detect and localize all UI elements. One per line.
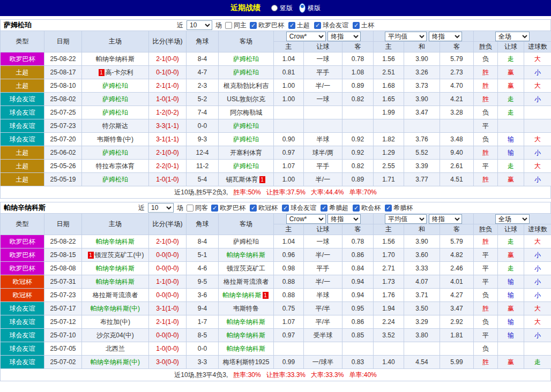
score-cell[interactable]: 1-1(0-0) — [149, 275, 187, 289]
home-team-name[interactable]: 萨姆松珀 — [102, 176, 128, 183]
home-team-name[interactable]: 布拉加(中) — [100, 318, 130, 326]
score-cell[interactable]: 1-0(1-0) — [149, 173, 187, 186]
away-team-name[interactable]: 格拉斯哥流浪者 — [224, 278, 269, 285]
rounds-select[interactable]: 10 — [148, 203, 174, 213]
score-cell[interactable]: 3-1(1-0) — [149, 302, 187, 315]
avg-away-cell: 4.27 — [440, 289, 474, 302]
date-cell: 25-07-17 — [44, 302, 82, 315]
home-team-name[interactable]: 萨姆松珀 — [102, 109, 128, 116]
away-team-name[interactable]: 梅塔利斯特1925 — [223, 358, 270, 366]
away-team-name[interactable]: 阿尔梅勒城 — [230, 109, 262, 116]
page-title: 近期战绩 — [230, 3, 260, 13]
competition-filter-checkbox[interactable]: 土杯 — [353, 21, 374, 30]
away-team-name[interactable]: 帕纳辛纳科斯 — [227, 251, 265, 259]
home-team-name[interactable]: 沙尔克04(中) — [96, 331, 133, 339]
away-team-cell: 锡瓦斯体育1 — [219, 173, 274, 186]
avg-away-cell: 3.48 — [440, 133, 474, 146]
score-cell[interactable]: 1-2(0-2) — [149, 106, 187, 119]
away-team-name[interactable]: 帕纳辛纳科斯 — [223, 291, 262, 299]
same-venue-filter[interactable]: 同客 — [187, 203, 208, 213]
competition-filter-checkbox[interactable]: 欧罗巴杯 — [211, 203, 245, 213]
score-cell[interactable]: 2-1(0-0) — [149, 52, 187, 66]
score-cell[interactable]: 0-0(0-0) — [149, 262, 187, 275]
odds-company-select[interactable]: Crow* — [286, 32, 326, 41]
home-team-name[interactable]: 特尔斯达 — [102, 122, 128, 130]
score-cell[interactable]: 1-0(0-0) — [149, 342, 187, 356]
home-team-name[interactable]: 帕纳辛纳科斯 — [96, 265, 135, 272]
score-cell[interactable]: 1-0(1-0) — [149, 93, 187, 106]
away-team-cell: 萨姆松珀 — [219, 66, 274, 79]
scope-select[interactable]: 全场 — [495, 214, 530, 224]
home-team-name[interactable]: 顿涅茨克矿工(中) — [95, 251, 144, 259]
score-cell[interactable]: 2-1(1-0) — [149, 315, 187, 329]
away-team-name[interactable]: 萨姆松珀 — [233, 238, 259, 245]
away-team-name[interactable]: 萨姆松珀 — [233, 122, 259, 130]
score-cell[interactable]: 0-0(0-0) — [149, 329, 187, 342]
scope-select[interactable]: 全场 — [495, 32, 530, 41]
away-team-name[interactable]: 顿涅茨克矿工 — [227, 265, 265, 272]
away-team-name[interactable]: 开塞利体育 — [230, 149, 262, 156]
layout-radio-horizontal[interactable]: 横版 — [299, 3, 321, 13]
competition-filter-checkbox[interactable]: 希腊超 — [321, 203, 348, 213]
near-label: 近 — [177, 21, 183, 30]
home-team-name[interactable]: 北西兰 — [106, 345, 125, 352]
competition-filter-checkbox[interactable]: 球会友谊 — [282, 203, 316, 213]
home-team-name[interactable]: 格拉斯哥流浪者 — [93, 291, 138, 299]
away-team-name[interactable]: 根克勒勃比利吉 — [224, 82, 269, 89]
col-handicap-result: 让球 — [498, 224, 524, 235]
home-team-name[interactable]: 帕纳辛纳科斯 — [96, 238, 135, 245]
competition-filter-checkbox[interactable]: 欧冠杯 — [250, 203, 278, 213]
score-cell[interactable]: 0-1(0-0) — [149, 66, 187, 79]
score-cell[interactable]: 3-3(1-1) — [149, 119, 187, 133]
score-cell[interactable]: 2-1(0-0) — [149, 235, 187, 248]
score-cell[interactable]: 2-2(0-1) — [149, 160, 187, 173]
avg-kind-select[interactable]: 终指 — [429, 32, 462, 41]
score-cell[interactable]: 0-0(0-0) — [149, 248, 187, 262]
same-venue-filter[interactable]: 同主 — [225, 21, 247, 30]
avg-source-select[interactable]: 平均值 — [385, 214, 427, 224]
away-team-name[interactable]: 锡瓦斯体育 — [226, 176, 258, 183]
home-team-name[interactable]: 帕纳辛纳科斯(中) — [91, 358, 140, 366]
odds-kind-select[interactable]: 终指 — [327, 214, 361, 224]
away-team-name[interactable]: 萨姆松珀 — [233, 162, 259, 170]
home-team-name[interactable]: 特拉布宗体育 — [96, 162, 135, 170]
score-cell[interactable]: 3-1(1-1) — [149, 133, 187, 146]
away-team-name[interactable]: 帕纳辛纳科斯 — [227, 318, 265, 326]
handicap-result-cell: 走 — [498, 235, 524, 248]
home-team-name[interactable]: 高-卡尔利 — [106, 69, 133, 76]
competition-filter-checkbox[interactable]: 希腊杯 — [385, 203, 413, 213]
competition-filter-checkbox[interactable]: 球会友谊 — [314, 21, 348, 30]
home-team-name[interactable]: 帕纳辛纳科斯 — [96, 55, 135, 63]
avg-kind-select[interactable]: 终指 — [429, 214, 462, 224]
away-team-name[interactable]: 帕纳辛纳科斯 — [227, 345, 265, 352]
layout-radio-vertical[interactable]: 竖版 — [271, 4, 293, 13]
home-team-name[interactable]: 萨姆松珀 — [102, 95, 128, 103]
odds-kind-select[interactable]: 终指 — [327, 32, 361, 41]
away-team-name[interactable]: 萨姆松珀 — [233, 135, 259, 143]
competition-filter-checkbox[interactable]: 欧罗巴杯 — [250, 21, 284, 30]
home-team-name[interactable]: 帕纳辛纳科斯 — [96, 278, 135, 285]
home-team-name[interactable]: 萨姆松珀 — [102, 149, 128, 156]
match-row: 球会友谊25-07-02帕纳辛纳科斯(中)3-0(0-0)3-3梅塔利斯特192… — [1, 356, 551, 369]
home-team-name[interactable]: 萨姆松珀 — [102, 82, 128, 89]
avg-source-select[interactable]: 平均值 — [385, 32, 427, 41]
corners-cell: 3-6 — [187, 289, 219, 302]
odds-company-select[interactable]: Crow* — [286, 214, 326, 224]
competition-cell: 欧罗巴杯 — [1, 235, 44, 248]
recent-results-page: 近期战绩 竖版 横版 萨姆松珀 近 10 场 同主 欧罗巴杯土超球会友 — [0, 0, 551, 381]
competition-filter-checkbox[interactable]: 土超 — [288, 21, 310, 30]
away-team-name[interactable]: 萨姆松珀 — [233, 69, 259, 76]
rounds-select[interactable]: 10 — [187, 20, 212, 30]
score-cell[interactable]: 2-1(0-0) — [149, 146, 187, 160]
goals-result-cell — [524, 106, 551, 119]
home-team-name[interactable]: 韦斯特鲁(中) — [97, 135, 133, 143]
away-team-name[interactable]: 萨姆松珀 — [233, 55, 259, 63]
score-cell[interactable]: 0-0(0-0) — [149, 289, 187, 302]
competition-filter-checkbox[interactable]: 欧会杯 — [353, 203, 381, 213]
score-cell[interactable]: 2-1(1-0) — [149, 79, 187, 93]
home-team-name[interactable]: 帕纳辛纳科斯(中) — [91, 305, 140, 312]
away-team-name[interactable]: USL敦刻尔克 — [227, 95, 265, 103]
score-cell[interactable]: 3-0(0-0) — [149, 356, 187, 369]
away-team-name[interactable]: 韦斯特鲁 — [233, 305, 259, 312]
away-team-name[interactable]: 帕纳辛纳科斯 — [227, 331, 265, 339]
